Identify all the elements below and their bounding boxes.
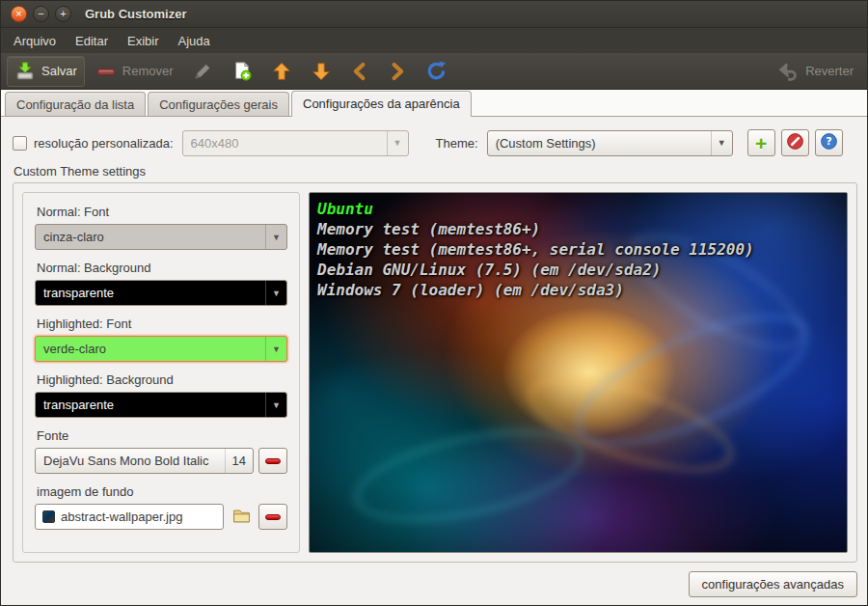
background-image-group: imagem de fundo abstract-wallpaper.jpg — [35, 482, 287, 530]
theme-label: Theme: — [436, 136, 478, 151]
remove-font-button[interactable] — [258, 448, 287, 474]
save-button[interactable]: Salvar — [7, 56, 85, 87]
resolution-value: 640x480 — [183, 136, 387, 151]
move-right-button[interactable] — [380, 56, 415, 87]
resolution-combo[interactable]: 640x480 ▼ — [182, 130, 409, 156]
normal-font-combo[interactable]: cinza-claro ▼ — [35, 224, 287, 250]
normal-background-label: Normal: Background — [37, 261, 287, 275]
menu-exibir[interactable]: Exibir — [119, 30, 168, 52]
background-image-entry[interactable]: abstract-wallpaper.jpg — [35, 504, 224, 530]
normal-font-value: cinza-claro — [36, 230, 265, 244]
maximize-button[interactable]: + — [55, 6, 71, 22]
add-entry-button[interactable] — [224, 56, 260, 87]
move-left-button[interactable] — [342, 56, 377, 87]
arrow-up-icon — [271, 61, 292, 82]
chevron-down-icon: ▼ — [387, 131, 408, 155]
highlighted-background-group: Highlighted: Background transparente ▼ — [35, 370, 287, 418]
grub-menu-entry: Memory test (memtest86+) — [317, 219, 839, 239]
custom-theme-frame: Custom Theme settings Normal: Font cinza… — [13, 182, 857, 563]
close-button[interactable]: × — [11, 6, 27, 22]
custom-theme-frame-title: Custom Theme settings — [14, 164, 146, 179]
chevron-down-icon: ▼ — [265, 225, 286, 249]
font-size: 14 — [225, 449, 253, 473]
font-group: Fonte DejaVu Sans Mono Bold Italic 14 — [35, 426, 287, 474]
help-icon: ? — [820, 132, 838, 153]
grub-customizer-window: × − + Grub Customizer Arquivo Editar Exi… — [0, 0, 868, 606]
tab-list-configuration[interactable]: Configuração da lista — [5, 92, 146, 116]
normal-background-combo[interactable]: transparente ▼ — [35, 280, 287, 306]
chevron-down-icon: ▼ — [265, 337, 286, 361]
smoke-decor — [519, 359, 742, 489]
rename-button[interactable] — [184, 56, 221, 87]
chevron-left-icon — [350, 61, 369, 82]
background-image-filename: abstract-wallpaper.jpg — [61, 510, 182, 524]
highlighted-background-value: transparente — [36, 398, 265, 412]
prohibition-icon — [786, 132, 804, 153]
advanced-settings-button[interactable]: configurações avançadas — [689, 571, 857, 597]
plus-icon: + — [755, 133, 767, 153]
remove-image-button[interactable] — [258, 504, 287, 530]
grub-menu-list: UbuntuMemory test (memtest86+)Memory tes… — [317, 199, 839, 300]
remove-button[interactable]: Remover — [88, 56, 181, 87]
font-chooser-button[interactable]: DejaVu Sans Mono Bold Italic 14 — [35, 448, 254, 474]
font-label: Fonte — [37, 428, 287, 443]
menu-ajuda[interactable]: Ajuda — [170, 30, 219, 52]
svg-text:?: ? — [826, 135, 831, 148]
minus-icon — [265, 514, 281, 520]
move-up-button[interactable] — [263, 56, 300, 87]
custom-resolution-label: resolução personalizada: — [34, 136, 174, 151]
grub-menu-entry: Debian GNU/Linux (7.5) (em /dev/sda2) — [317, 260, 839, 280]
custom-resolution-checkbox[interactable] — [13, 136, 27, 151]
highlighted-font-group: Highlighted: Font verde-claro ▼ — [35, 314, 287, 362]
window-title: Grub Customizer — [85, 7, 186, 21]
normal-font-group: Normal: Font cinza-claro ▼ — [35, 202, 287, 250]
tab-general-settings[interactable]: Configurações gerais — [148, 92, 289, 116]
window-controls: × − + — [11, 6, 71, 22]
highlighted-font-combo[interactable]: verde-claro ▼ — [35, 336, 287, 362]
titlebar: × − + Grub Customizer — [1, 1, 867, 28]
grub-menu-entry: Windows 7 (loader) (em /dev/sda3) — [317, 280, 839, 300]
menu-arquivo[interactable]: Arquivo — [5, 30, 65, 52]
remove-theme-button[interactable] — [781, 129, 809, 156]
font-name: DejaVu Sans Mono Bold Italic — [36, 454, 225, 468]
grub-menu-entry: Memory test (memtest86+, serial console … — [317, 239, 839, 260]
highlighted-background-combo[interactable]: transparente ▼ — [35, 392, 287, 418]
revert-icon — [778, 61, 800, 82]
theme-combo[interactable]: (Custom Settings) ▼ — [487, 130, 733, 156]
highlighted-font-label: Highlighted: Font — [37, 317, 287, 331]
chevron-right-icon — [388, 61, 407, 82]
refresh-button[interactable] — [418, 55, 455, 87]
normal-background-group: Normal: Background transparente ▼ — [35, 258, 287, 306]
minimize-button[interactable]: − — [33, 6, 49, 22]
tab-appearance-settings[interactable]: Configurações da aparência — [291, 91, 472, 117]
revert-button[interactable]: Reverter — [771, 56, 861, 87]
refresh-icon — [425, 60, 448, 82]
folder-icon — [232, 507, 251, 528]
highlighted-background-label: Highlighted: Background — [37, 372, 287, 387]
move-down-button[interactable] — [303, 56, 339, 87]
highlighted-font-value: verde-claro — [36, 342, 265, 356]
background-image-label: imagem de fundo — [37, 484, 287, 499]
help-button[interactable]: ? — [815, 129, 843, 156]
theme-value: (Custom Settings) — [488, 136, 711, 151]
add-theme-button[interactable]: + — [747, 129, 775, 156]
arrow-down-icon — [311, 61, 332, 82]
tool-bar: Salvar Remover — [1, 53, 867, 90]
choose-image-button[interactable] — [229, 504, 254, 530]
grub-preview: UbuntuMemory test (memtest86+)Memory tes… — [309, 192, 848, 553]
normal-background-value: transparente — [36, 286, 265, 300]
revert-label: Reverter — [805, 64, 854, 78]
smoke-decor — [560, 289, 825, 471]
tab-bar: Configuração da lista Configurações gera… — [1, 90, 867, 117]
chevron-down-icon: ▼ — [265, 393, 286, 417]
save-label: Salvar — [41, 64, 77, 78]
chevron-down-icon: ▼ — [711, 131, 732, 155]
menu-editar[interactable]: Editar — [67, 30, 117, 52]
theme-settings-column: Normal: Font cinza-claro ▼ Normal: Backg… — [22, 192, 300, 553]
image-thumbnail-icon — [42, 510, 55, 523]
new-document-icon — [231, 61, 253, 82]
smoke-decor — [347, 414, 589, 537]
remove-label: Remover — [122, 64, 174, 78]
advanced-settings-label: configurações avançadas — [702, 577, 844, 592]
top-settings-row: resolução personalizada: 640x480 ▼ Theme… — [13, 128, 857, 157]
